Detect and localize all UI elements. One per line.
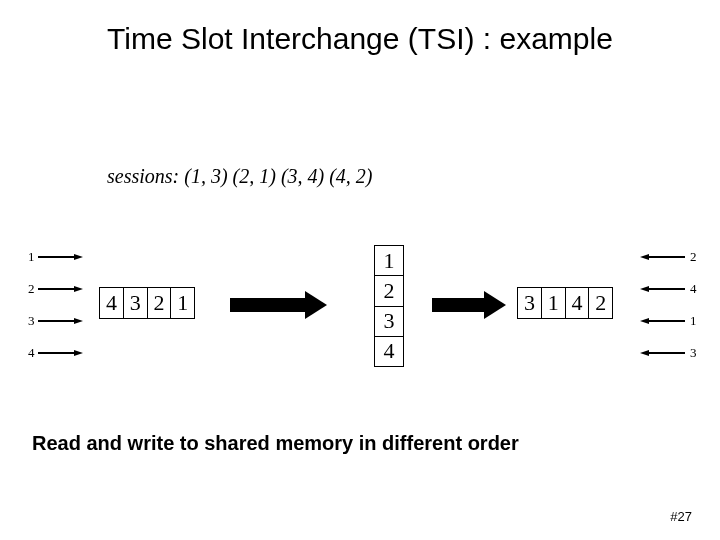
output-cells: 3 1 4 2	[517, 287, 613, 319]
right-port-label: 4	[690, 281, 697, 297]
right-port-label: 1	[690, 313, 697, 329]
sessions-prefix: sessions:	[107, 165, 184, 187]
memory-cell: 1	[375, 246, 403, 275]
input-cell: 3	[123, 288, 147, 318]
memory-cell: 4	[375, 336, 403, 366]
left-port-label: 4	[28, 345, 35, 361]
memory-cell: 2	[375, 275, 403, 305]
right-port-label: 2	[690, 249, 697, 265]
input-cell: 1	[170, 288, 194, 318]
sessions-line: sessions: (1, 3) (2, 1) (3, 4) (4, 2)	[107, 165, 373, 188]
output-cell: 1	[541, 288, 565, 318]
footnote: Read and write to shared memory in diffe…	[32, 432, 519, 455]
left-port-label: 3	[28, 313, 35, 329]
page-number: #27	[670, 509, 692, 524]
memory-cells: 1 2 3 4	[374, 245, 404, 367]
output-cell: 2	[588, 288, 612, 318]
page-title: Time Slot Interchange (TSI) : example	[0, 22, 720, 56]
output-cell: 3	[518, 288, 541, 318]
input-cell: 2	[147, 288, 171, 318]
right-port-label: 3	[690, 345, 697, 361]
sessions-pairs: (1, 3) (2, 1) (3, 4) (4, 2)	[184, 165, 372, 187]
input-cell: 4	[100, 288, 123, 318]
left-port-label: 2	[28, 281, 35, 297]
left-port-label: 1	[28, 249, 35, 265]
output-cell: 4	[565, 288, 589, 318]
input-cells: 4 3 2 1	[99, 287, 195, 319]
memory-cell: 3	[375, 306, 403, 336]
